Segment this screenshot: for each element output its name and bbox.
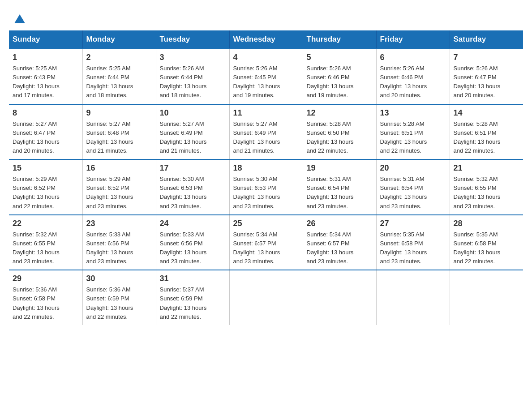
day-number: 12 bbox=[307, 108, 373, 118]
calendar-week-row: 1 Sunrise: 5:25 AM Sunset: 6:43 PM Dayli… bbox=[9, 49, 523, 104]
day-info: Sunrise: 5:34 AM Sunset: 6:57 PM Dayligh… bbox=[307, 231, 354, 265]
calendar-day: 14 Sunrise: 5:28 AM Sunset: 6:51 PM Dayl… bbox=[450, 104, 523, 160]
day-info: Sunrise: 5:32 AM Sunset: 6:55 PM Dayligh… bbox=[13, 231, 60, 265]
calendar-day: 10 Sunrise: 5:27 AM Sunset: 6:49 PM Dayl… bbox=[156, 104, 229, 160]
day-number: 28 bbox=[454, 219, 520, 228]
calendar-day: 6 Sunrise: 5:26 AM Sunset: 6:46 PM Dayli… bbox=[376, 49, 450, 104]
day-number: 13 bbox=[380, 108, 446, 118]
day-number: 23 bbox=[86, 219, 152, 228]
calendar-day: 26 Sunrise: 5:34 AM Sunset: 6:57 PM Dayl… bbox=[303, 215, 376, 270]
calendar-day: 16 Sunrise: 5:29 AM Sunset: 6:52 PM Dayl… bbox=[82, 159, 156, 215]
day-number: 15 bbox=[13, 163, 79, 173]
calendar-body: 1 Sunrise: 5:25 AM Sunset: 6:43 PM Dayli… bbox=[9, 49, 523, 325]
calendar-day: 31 Sunrise: 5:37 AM Sunset: 6:59 PM Dayl… bbox=[156, 270, 229, 325]
day-number: 19 bbox=[307, 163, 373, 173]
day-number: 17 bbox=[160, 163, 226, 173]
calendar-day: 17 Sunrise: 5:30 AM Sunset: 6:53 PM Dayl… bbox=[156, 159, 229, 215]
logo bbox=[13, 13, 26, 22]
weekday-header-friday: Friday bbox=[376, 30, 450, 49]
calendar-day: 8 Sunrise: 5:27 AM Sunset: 6:47 PM Dayli… bbox=[9, 104, 82, 160]
day-info: Sunrise: 5:27 AM Sunset: 6:48 PM Dayligh… bbox=[86, 120, 133, 154]
calendar-day: 21 Sunrise: 5:32 AM Sunset: 6:55 PM Dayl… bbox=[450, 159, 523, 215]
calendar-day: 19 Sunrise: 5:31 AM Sunset: 6:54 PM Dayl… bbox=[303, 159, 376, 215]
day-info: Sunrise: 5:29 AM Sunset: 6:52 PM Dayligh… bbox=[13, 176, 60, 209]
day-info: Sunrise: 5:36 AM Sunset: 6:59 PM Dayligh… bbox=[86, 286, 133, 320]
weekday-header-wednesday: Wednesday bbox=[229, 30, 303, 49]
calendar-day bbox=[450, 270, 523, 325]
day-number: 29 bbox=[13, 274, 79, 283]
day-info: Sunrise: 5:27 AM Sunset: 6:47 PM Dayligh… bbox=[13, 120, 60, 154]
day-number: 7 bbox=[454, 53, 520, 62]
day-info: Sunrise: 5:26 AM Sunset: 6:46 PM Dayligh… bbox=[307, 65, 354, 98]
day-number: 6 bbox=[380, 53, 446, 62]
day-number: 30 bbox=[86, 274, 152, 283]
day-info: Sunrise: 5:31 AM Sunset: 6:54 PM Dayligh… bbox=[307, 176, 354, 209]
calendar-day: 7 Sunrise: 5:26 AM Sunset: 6:47 PM Dayli… bbox=[450, 49, 523, 104]
day-number: 20 bbox=[380, 163, 446, 173]
day-number: 3 bbox=[160, 53, 226, 62]
calendar-week-row: 29 Sunrise: 5:36 AM Sunset: 6:58 PM Dayl… bbox=[9, 270, 523, 325]
day-info: Sunrise: 5:36 AM Sunset: 6:58 PM Dayligh… bbox=[13, 286, 60, 320]
day-number: 22 bbox=[13, 219, 79, 228]
day-info: Sunrise: 5:26 AM Sunset: 6:47 PM Dayligh… bbox=[454, 65, 501, 98]
calendar-day: 13 Sunrise: 5:28 AM Sunset: 6:51 PM Dayl… bbox=[376, 104, 450, 160]
calendar-day bbox=[303, 270, 376, 325]
day-number: 14 bbox=[454, 108, 520, 118]
calendar-day: 15 Sunrise: 5:29 AM Sunset: 6:52 PM Dayl… bbox=[9, 159, 82, 215]
day-number: 1 bbox=[13, 53, 79, 62]
calendar-week-row: 22 Sunrise: 5:32 AM Sunset: 6:55 PM Dayl… bbox=[9, 215, 523, 270]
day-number: 26 bbox=[307, 219, 373, 228]
weekday-header-saturday: Saturday bbox=[450, 30, 523, 49]
day-number: 5 bbox=[307, 53, 373, 62]
day-info: Sunrise: 5:25 AM Sunset: 6:44 PM Dayligh… bbox=[86, 65, 133, 98]
calendar-day bbox=[376, 270, 450, 325]
day-info: Sunrise: 5:32 AM Sunset: 6:55 PM Dayligh… bbox=[454, 176, 501, 209]
calendar-day: 9 Sunrise: 5:27 AM Sunset: 6:48 PM Dayli… bbox=[82, 104, 156, 160]
day-info: Sunrise: 5:31 AM Sunset: 6:54 PM Dayligh… bbox=[380, 176, 427, 209]
calendar-day: 3 Sunrise: 5:26 AM Sunset: 6:44 PM Dayli… bbox=[156, 49, 229, 104]
weekday-header-sunday: Sunday bbox=[9, 30, 82, 49]
day-number: 16 bbox=[86, 163, 152, 173]
calendar-day: 25 Sunrise: 5:34 AM Sunset: 6:57 PM Dayl… bbox=[229, 215, 303, 270]
day-info: Sunrise: 5:27 AM Sunset: 6:49 PM Dayligh… bbox=[160, 120, 207, 154]
day-info: Sunrise: 5:34 AM Sunset: 6:57 PM Dayligh… bbox=[233, 231, 280, 265]
day-info: Sunrise: 5:27 AM Sunset: 6:49 PM Dayligh… bbox=[233, 120, 280, 154]
day-info: Sunrise: 5:35 AM Sunset: 6:58 PM Dayligh… bbox=[380, 231, 427, 265]
calendar-week-row: 8 Sunrise: 5:27 AM Sunset: 6:47 PM Dayli… bbox=[9, 104, 523, 160]
calendar-day: 18 Sunrise: 5:30 AM Sunset: 6:53 PM Dayl… bbox=[229, 159, 303, 215]
calendar-day: 29 Sunrise: 5:36 AM Sunset: 6:58 PM Dayl… bbox=[9, 270, 82, 325]
weekday-header-tuesday: Tuesday bbox=[156, 30, 229, 49]
day-number: 27 bbox=[380, 219, 446, 228]
calendar-day: 11 Sunrise: 5:27 AM Sunset: 6:49 PM Dayl… bbox=[229, 104, 303, 160]
calendar-day: 22 Sunrise: 5:32 AM Sunset: 6:55 PM Dayl… bbox=[9, 215, 82, 270]
day-info: Sunrise: 5:26 AM Sunset: 6:44 PM Dayligh… bbox=[160, 65, 207, 98]
day-number: 4 bbox=[233, 53, 299, 62]
day-info: Sunrise: 5:37 AM Sunset: 6:59 PM Dayligh… bbox=[160, 286, 207, 320]
page-header bbox=[9, 9, 523, 22]
calendar-day: 24 Sunrise: 5:33 AM Sunset: 6:56 PM Dayl… bbox=[156, 215, 229, 270]
calendar-day bbox=[229, 270, 303, 325]
day-number: 24 bbox=[160, 219, 226, 228]
day-number: 21 bbox=[454, 163, 520, 173]
day-info: Sunrise: 5:33 AM Sunset: 6:56 PM Dayligh… bbox=[160, 231, 207, 265]
calendar-day: 5 Sunrise: 5:26 AM Sunset: 6:46 PM Dayli… bbox=[303, 49, 376, 104]
calendar-day: 23 Sunrise: 5:33 AM Sunset: 6:56 PM Dayl… bbox=[82, 215, 156, 270]
calendar-table: SundayMondayTuesdayWednesdayThursdayFrid… bbox=[9, 30, 523, 325]
day-number: 10 bbox=[160, 108, 226, 118]
calendar-header: SundayMondayTuesdayWednesdayThursdayFrid… bbox=[9, 30, 523, 49]
day-number: 11 bbox=[233, 108, 299, 118]
day-info: Sunrise: 5:29 AM Sunset: 6:52 PM Dayligh… bbox=[86, 176, 133, 209]
day-number: 25 bbox=[233, 219, 299, 228]
day-info: Sunrise: 5:26 AM Sunset: 6:46 PM Dayligh… bbox=[380, 65, 427, 98]
day-number: 9 bbox=[86, 108, 152, 118]
day-number: 8 bbox=[13, 108, 79, 118]
day-number: 31 bbox=[160, 274, 226, 283]
day-number: 18 bbox=[233, 163, 299, 173]
weekday-header-monday: Monday bbox=[82, 30, 156, 49]
calendar-week-row: 15 Sunrise: 5:29 AM Sunset: 6:52 PM Dayl… bbox=[9, 159, 523, 215]
calendar-day: 12 Sunrise: 5:28 AM Sunset: 6:50 PM Dayl… bbox=[303, 104, 376, 160]
day-info: Sunrise: 5:28 AM Sunset: 6:51 PM Dayligh… bbox=[454, 120, 501, 154]
day-info: Sunrise: 5:28 AM Sunset: 6:51 PM Dayligh… bbox=[380, 120, 427, 154]
day-number: 2 bbox=[86, 53, 152, 62]
day-info: Sunrise: 5:28 AM Sunset: 6:50 PM Dayligh… bbox=[307, 120, 354, 154]
